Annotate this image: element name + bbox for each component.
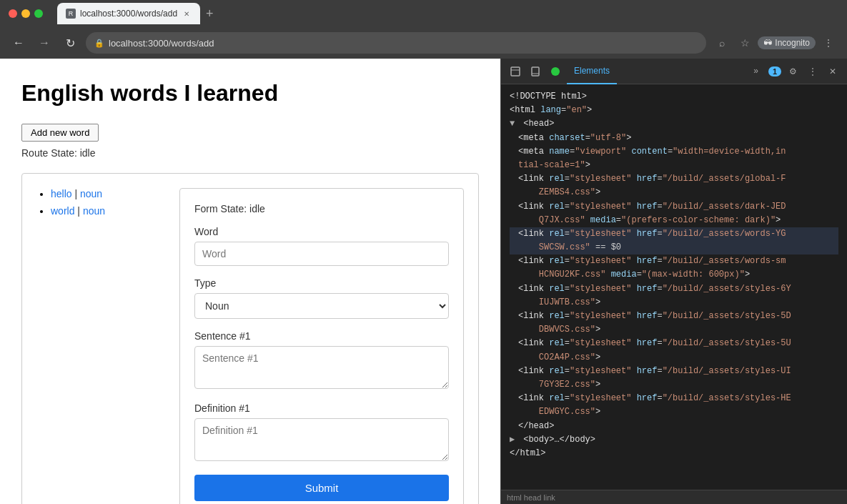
sentence-label: Sentence #1 — [194, 330, 449, 342]
code-line: <link rel="stylesheet" href="/build/_ass… — [510, 337, 838, 364]
code-line: </html> — [510, 447, 838, 460]
page-title: English words I learned — [21, 80, 479, 107]
tab-title: localhost:3000/words/add — [80, 9, 177, 19]
code-line: <link rel="stylesheet" href="/build/_ass… — [510, 172, 838, 199]
code-line: <link rel="stylesheet" href="/build/_ass… — [510, 310, 838, 337]
type-form-group: Type Noun Verb Adjective Adverb — [194, 277, 449, 319]
traffic-lights — [9, 9, 43, 18]
devtools-device-button[interactable] — [527, 63, 544, 80]
code-line: <!DOCTYPE html> — [510, 90, 838, 104]
browser-window: R localhost:3000/words/add ✕ + ← → ↻ 🔒 l… — [0, 0, 847, 504]
code-line: <html lang="en"> — [510, 104, 838, 117]
devtools-overflow-button[interactable]: ⋮ — [804, 63, 821, 80]
devtools-code-content: <!DOCTYPE html> <html lang="en"> ▼ <head… — [501, 84, 847, 490]
back-button[interactable]: ← — [9, 33, 29, 53]
code-line: tial-scale=1"> — [510, 159, 838, 172]
word-link-world[interactable]: world — [51, 205, 74, 217]
form-panel: Form State: idle Word Type Noun Verb Adj… — [179, 188, 464, 504]
word-separator: | — [77, 205, 83, 217]
page-content: English words I learned Add new word Rou… — [0, 59, 500, 504]
list-item: hello | noun — [51, 188, 165, 199]
code-line: <link rel="stylesheet" href="/build/_ass… — [510, 282, 838, 310]
word-link-hello[interactable]: hello — [51, 188, 72, 199]
devtools-tab-elements[interactable]: Elements — [567, 59, 617, 84]
code-line: <link rel="stylesheet" href="/build/_ass… — [510, 200, 838, 227]
submit-button[interactable]: Submit — [194, 475, 449, 501]
code-line: </head> — [510, 420, 838, 433]
tab-favicon: R — [66, 9, 76, 19]
devtools-notification-badge: 1 — [768, 66, 781, 76]
devtools-breadcrumb: html head link — [507, 493, 555, 502]
code-line: <meta name="viewport" content="width=dev… — [510, 145, 838, 159]
lock-icon: 🔒 — [94, 39, 104, 48]
word-type-link-hello[interactable]: noun — [80, 188, 102, 199]
devtools-inspect-button[interactable] — [507, 63, 524, 80]
browser-tab[interactable]: R localhost:3000/words/add ✕ — [57, 3, 200, 24]
route-state-label: Route State: idle — [21, 147, 479, 159]
word-input[interactable] — [194, 242, 449, 266]
close-window-button[interactable] — [9, 9, 17, 18]
tab-close-button[interactable]: ✕ — [182, 9, 192, 19]
incognito-badge: 🕶 Incognito — [758, 36, 816, 49]
definition-label: Definition #1 — [194, 402, 449, 414]
word-type-link-world[interactable]: noun — [83, 205, 105, 217]
devtools-close-button[interactable]: ✕ — [824, 63, 841, 80]
more-button[interactable]: ⋮ — [818, 33, 838, 53]
code-line: <meta charset="utf-8"> — [510, 132, 838, 145]
devtools-green-icon[interactable] — [547, 63, 564, 80]
title-bar: R localhost:3000/words/add ✕ + — [0, 0, 847, 27]
svg-rect-0 — [511, 67, 520, 76]
list-item: world | noun — [51, 205, 165, 217]
refresh-button[interactable]: ↻ — [60, 33, 80, 53]
nav-bar: ← → ↻ 🔒 localhost:3000/words/add ⌕ ☆ 🕶 I… — [0, 27, 847, 59]
incognito-label: Incognito — [775, 38, 810, 48]
type-label: Type — [194, 277, 449, 289]
sentence-form-group: Sentence #1 — [194, 330, 449, 391]
word-label: Word — [194, 226, 449, 237]
word-form-group: Word — [194, 226, 449, 266]
svg-rect-2 — [532, 67, 539, 76]
sentence-textarea[interactable] — [194, 346, 449, 389]
main-panel: hello | noun world | noun Form State: — [21, 173, 479, 504]
form-state-label: Form State: idle — [194, 203, 449, 214]
definition-textarea[interactable] — [194, 418, 449, 461]
definition-form-group: Definition #1 — [194, 402, 449, 463]
devtools-toolbar: Elements » 1 ⚙ ⋮ ✕ — [501, 59, 847, 84]
code-line: ▼ <head> — [510, 117, 838, 131]
address-bar[interactable]: 🔒 localhost:3000/words/add — [86, 32, 706, 54]
devtools-tab-more[interactable]: » — [746, 59, 766, 84]
devtools-settings-button[interactable]: ⚙ — [784, 63, 801, 80]
bookmark-button[interactable]: ☆ — [735, 33, 755, 53]
minimize-window-button[interactable] — [21, 9, 30, 18]
tab-bar: R localhost:3000/words/add ✕ + — [57, 3, 838, 24]
word-list: hello | noun world | noun — [36, 188, 179, 504]
code-line: <link rel="stylesheet" href="/build/_ass… — [510, 365, 838, 392]
incognito-icon: 🕶 — [763, 38, 772, 48]
devtools-panel: Elements » 1 ⚙ ⋮ ✕ <!DOCTYPE html> <html… — [500, 59, 847, 504]
nav-extras: ⌕ ☆ 🕶 Incognito ⋮ — [712, 33, 838, 53]
type-select[interactable]: Noun Verb Adjective Adverb — [194, 293, 449, 319]
code-line-highlighted: <link rel="stylesheet" href="/build/_ass… — [510, 227, 838, 255]
maximize-window-button[interactable] — [34, 9, 43, 18]
devtools-bottom-bar: html head link — [501, 490, 847, 504]
search-button[interactable]: ⌕ — [712, 33, 732, 53]
word-list-items: hello | noun world | noun — [36, 188, 165, 217]
word-separator: | — [74, 188, 80, 199]
add-word-button[interactable]: Add new word — [21, 124, 99, 142]
content-area: English words I learned Add new word Rou… — [0, 59, 847, 504]
forward-button[interactable]: → — [34, 33, 54, 53]
url-text: localhost:3000/words/add — [109, 38, 214, 49]
code-line: <link rel="stylesheet" href="/build/_ass… — [510, 255, 838, 282]
code-line: ▶ <body>…</body> — [510, 433, 838, 447]
devtools-tabs-right: » 1 ⚙ ⋮ ✕ — [746, 59, 841, 84]
code-line: <link rel="stylesheet" href="/build/_ass… — [510, 392, 838, 419]
new-tab-button[interactable]: + — [200, 7, 219, 20]
